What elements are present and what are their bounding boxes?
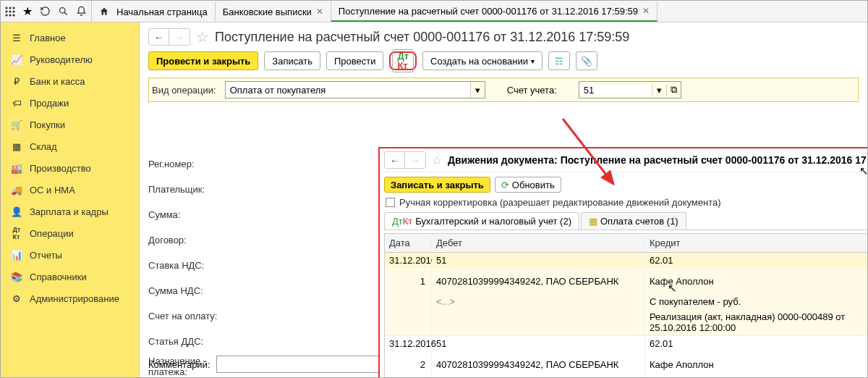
sidebar-item-admin[interactable]: ⚙Администрирование: [1, 287, 139, 309]
sidebar-item-production[interactable]: 🏭Производство: [1, 157, 139, 179]
svg-point-8: [12, 14, 14, 16]
sidebar-item-label: Главное: [30, 33, 66, 43]
button-label: Записать и закрыть: [391, 180, 484, 190]
forward-button[interactable]: →: [405, 152, 425, 168]
button-label: Обновить: [512, 180, 555, 190]
navigation-sidebar: ☰Главное 📈Руководителю ₽Банк и касса 🏷Пр…: [1, 22, 140, 377]
tab-home[interactable]: Начальная страница: [92, 1, 216, 22]
manual-edit-label: Ручная корректировка (разрешает редактир…: [399, 197, 721, 208]
structure-button[interactable]: ☶: [548, 51, 570, 70]
system-iconbar: ★: [1, 1, 92, 22]
dropdown-button[interactable]: ▾: [470, 82, 485, 98]
sidebar-item-catalogs[interactable]: 📚Справочники: [1, 266, 139, 287]
th-credit: Кредит: [645, 234, 867, 252]
search-icon[interactable]: [58, 6, 69, 17]
close-icon[interactable]: ✕: [642, 6, 650, 16]
star-icon[interactable]: ★: [22, 4, 33, 18]
show-postings-button[interactable]: ДтКт: [389, 51, 417, 70]
operation-type-label: Вид операции:: [152, 85, 216, 96]
post-button[interactable]: Провести: [326, 51, 384, 70]
tab-bank-statements[interactable]: Банковские выписки ✕: [216, 1, 331, 22]
button-label: Провести: [334, 56, 376, 67]
dtkt-icon: ДтКт: [397, 51, 409, 70]
hierarchy-icon: ☶: [555, 56, 563, 67]
sidebar-item-label: Справочники: [30, 272, 87, 282]
posting-row-2[interactable]: 31.12.2016 51 62.01 51 275,00 НУ: 2 4070…: [385, 336, 867, 377]
label-contract: Договор:: [148, 227, 228, 253]
ruble-icon: ₽: [11, 75, 22, 87]
create-based-on-button[interactable]: Создать на основании▾: [422, 51, 542, 70]
operation-type-field[interactable]: ▾: [225, 81, 485, 98]
back-button[interactable]: ←: [149, 29, 169, 45]
overlay-nav-buttons: ← →: [384, 151, 426, 169]
tab-home-label: Начальная страница: [116, 7, 208, 17]
tab-document[interactable]: Поступление на расчетный счет 0000-00117…: [331, 1, 658, 22]
window-tabs: Начальная страница Банковские выписки ✕ …: [92, 1, 867, 22]
document-movements-window: ← → ☆ Движения документа: Поступление на…: [378, 147, 867, 377]
dropdown-button[interactable]: ▾: [652, 85, 666, 96]
dtkt-icon: ДтКт: [11, 227, 22, 239]
sidebar-item-main[interactable]: ☰Главное: [1, 27, 139, 49]
sidebar-item-reports[interactable]: 📊Отчеты: [1, 244, 139, 266]
forward-button[interactable]: →: [169, 29, 190, 45]
chevron-down-icon: ▾: [531, 57, 535, 65]
favorite-star-icon[interactable]: ☆: [196, 28, 209, 46]
tab-label: Оплата счетов (1): [600, 216, 678, 227]
sidebar-item-label: Производство: [30, 163, 91, 174]
back-button[interactable]: ←: [385, 152, 405, 168]
sidebar-item-operations[interactable]: ДтКтОперации: [1, 222, 139, 244]
favorite-star-icon[interactable]: ☆: [432, 154, 442, 167]
svg-line-10: [64, 12, 67, 14]
menu-icon: ☰: [11, 32, 22, 43]
document-form: ← → ☆ Поступление на расчетный счет 0000…: [140, 22, 867, 377]
label-payer: Плательщик:: [148, 177, 228, 202]
label-vat-rate: Ставка НДС:: [148, 253, 228, 278]
overlay-refresh-button[interactable]: ⟳Обновить: [495, 177, 561, 193]
form-labels-column: Рег.номер: Плательщик: Сумма: Договор: С…: [148, 151, 228, 377]
cell-credit-acc: 62.01: [645, 336, 867, 351]
svg-point-9: [60, 8, 66, 14]
manual-edit-checkbox[interactable]: [386, 198, 395, 207]
th-date: Дата: [385, 234, 432, 252]
sidebar-item-label: Банк и касса: [30, 76, 85, 87]
cell-debit-detail: 40702810399994349242, ПАО СБЕРБАНК: [432, 351, 645, 377]
sidebar-item-label: Операции: [30, 228, 74, 239]
postings-table: Дата Дебет Кредит Сумма 31.12.2016 51 62…: [384, 233, 867, 377]
account-field[interactable]: ▾ ⧉: [579, 81, 681, 98]
sidebar-item-label: Руководителю: [30, 54, 93, 65]
bell-icon[interactable]: [76, 6, 87, 17]
history-icon[interactable]: [40, 6, 51, 17]
cell-debit-acc: 51: [432, 336, 645, 351]
sidebar-item-bank[interactable]: ₽Банк и касса: [1, 70, 139, 92]
attach-button[interactable]: 📎: [576, 51, 597, 70]
label-comment: Комментарий:: [148, 359, 210, 370]
tab-payments[interactable]: ▦Оплата счетов (1): [581, 212, 686, 230]
cell-credit-l3: Реализация (акт, накладная) 0000-000489 …: [645, 309, 867, 335]
operation-type-input[interactable]: [226, 82, 470, 98]
tab-accounting[interactable]: ДтКтБухгалтерский и налоговый учет (2): [384, 212, 579, 230]
sidebar-item-purchases[interactable]: 🛒Покупки: [1, 114, 139, 135]
svg-point-1: [9, 7, 11, 9]
apps-icon[interactable]: [5, 7, 15, 17]
sidebar-item-salary[interactable]: 👤Зарплата и кадры: [1, 201, 139, 222]
boxes-icon: ▦: [11, 140, 22, 152]
dtkt-icon: ДтКт: [392, 217, 412, 226]
account-input[interactable]: [579, 85, 652, 96]
close-icon[interactable]: ✕: [316, 7, 323, 17]
post-and-close-button[interactable]: Провести и закрыть: [148, 51, 258, 70]
svg-point-5: [12, 10, 14, 12]
overlay-save-close-button[interactable]: Записать и закрыть: [384, 177, 490, 193]
save-button[interactable]: Записать: [264, 51, 320, 70]
cart-icon: 🛒: [11, 119, 22, 130]
posting-row-1[interactable]: 31.12.2016 51 62.01 332,50 НУ: 1 4070281…: [385, 253, 867, 336]
open-button[interactable]: ⧉: [666, 84, 681, 96]
nav-buttons: ← →: [148, 28, 190, 46]
cell-rownum: 2: [385, 351, 432, 377]
svg-point-2: [12, 7, 14, 9]
label-sum: Сумма:: [148, 202, 228, 227]
sidebar-item-sales[interactable]: 🏷Продажи: [1, 92, 139, 114]
svg-point-0: [5, 7, 7, 9]
sidebar-item-warehouse[interactable]: ▦Склад: [1, 135, 139, 157]
sidebar-item-manager[interactable]: 📈Руководителю: [1, 49, 139, 70]
sidebar-item-assets[interactable]: 🚚ОС и НМА: [1, 179, 139, 201]
